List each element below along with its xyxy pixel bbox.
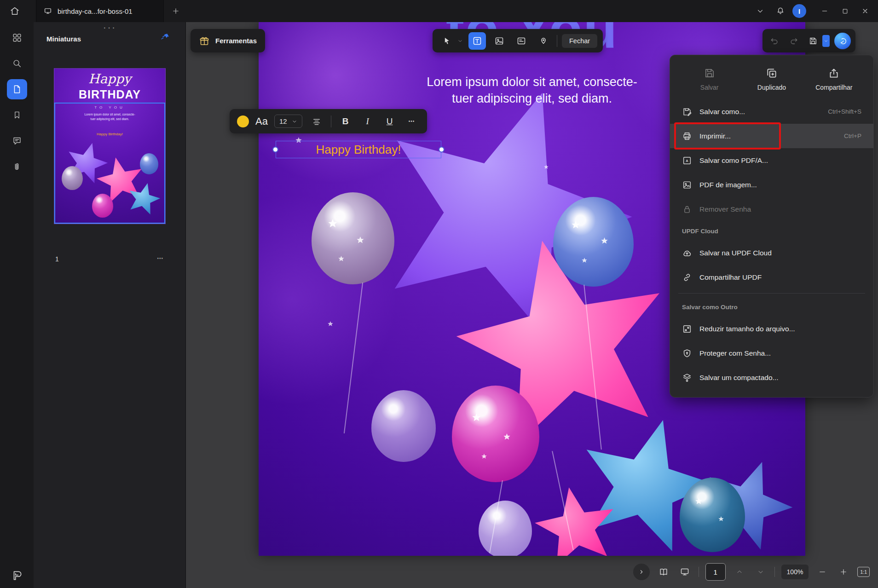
location-pin-icon xyxy=(538,36,549,46)
selected-text-box[interactable]: Happy Birthday! xyxy=(276,141,441,158)
menu-item-image-pdf[interactable]: PDF de imagem... xyxy=(670,173,873,197)
menu-item-label: Imprimir... xyxy=(699,132,731,140)
share-icon xyxy=(828,67,840,79)
menu-item-reduce-size[interactable]: Reduzir tamanho do arquivo... xyxy=(670,317,873,341)
save-button[interactable] xyxy=(806,34,820,48)
align-button[interactable] xyxy=(309,114,324,129)
italic-button[interactable]: I xyxy=(360,114,375,129)
sidebar-item-attachments[interactable] xyxy=(7,156,27,177)
minimize-button[interactable] xyxy=(816,3,833,19)
link-card-tool-button[interactable] xyxy=(513,32,530,50)
actual-size-button[interactable]: 1:1 xyxy=(857,567,870,577)
page-thumbnail[interactable]: Happy BIRTHDAY TO YOU Lorem ipsum dolor … xyxy=(54,68,166,224)
menu-duplicate-button[interactable]: Duplicado xyxy=(744,67,799,91)
close-edit-button[interactable]: Fechar xyxy=(562,34,597,48)
chevron-down-icon xyxy=(457,38,463,44)
redo-button[interactable] xyxy=(786,34,801,48)
sidebar-item-bookmarks[interactable] xyxy=(7,105,27,125)
document-tab[interactable]: birthday-ca...for-boss-01 xyxy=(36,0,164,22)
menu-item-label: Reduzir tamanho do arquivo... xyxy=(699,325,795,333)
text-color-swatch[interactable] xyxy=(237,115,249,127)
font-size-value: 12 xyxy=(279,117,287,125)
font-button[interactable]: Aa xyxy=(255,115,268,127)
tools-button[interactable]: Ferramentas xyxy=(191,29,265,52)
image-pdf-icon xyxy=(682,180,692,190)
more-format-button[interactable] xyxy=(404,114,420,129)
tab-list-button[interactable] xyxy=(752,3,768,19)
sparkle-star xyxy=(328,321,333,327)
bold-button[interactable]: B xyxy=(338,114,353,129)
text-tool-button[interactable] xyxy=(468,32,486,50)
close-window-button[interactable] xyxy=(857,3,873,19)
menu-item-save-cloud[interactable]: Salvar na UPDF Cloud xyxy=(670,241,873,265)
next-page-button[interactable] xyxy=(753,565,768,579)
sidebar-item-search[interactable] xyxy=(7,53,27,74)
menu-item-shortcut: Ctrl+P xyxy=(844,133,861,139)
balloon-round-blue xyxy=(553,197,634,287)
image-tool-button[interactable] xyxy=(491,32,508,50)
menu-item-protect-password[interactable]: Proteger com Senha... xyxy=(670,341,873,365)
edit-toolbar: Fechar xyxy=(433,29,603,52)
panel-title: Miniaturas xyxy=(46,35,81,43)
file-menu-top-actions: Salvar Duplicado Compartilhar xyxy=(670,62,873,99)
pin-panel-button[interactable] xyxy=(160,31,171,42)
plus-icon xyxy=(839,568,848,576)
print-icon xyxy=(682,131,692,141)
previous-page-button[interactable] xyxy=(732,565,747,579)
menu-item-shortcut: Ctrl+Shift+S xyxy=(828,108,861,115)
menu-item-save-compacted[interactable]: Salvar um compactado... xyxy=(670,365,873,390)
zoom-out-button[interactable] xyxy=(815,565,830,579)
menu-save-button[interactable]: Salvar xyxy=(682,67,737,91)
sidebar-item-comments[interactable] xyxy=(7,131,27,151)
panel-drag-handle[interactable] xyxy=(34,23,185,31)
save-icon xyxy=(809,36,818,46)
underline-button[interactable]: U xyxy=(382,114,398,129)
font-size-select[interactable]: 12 xyxy=(274,115,302,128)
lock-icon xyxy=(682,204,692,214)
sidebar-item-thumbnails[interactable] xyxy=(7,79,27,99)
page-options-button[interactable] xyxy=(157,254,163,262)
menu-item-print[interactable]: Imprimir... Ctrl+P xyxy=(670,124,873,148)
notifications-button[interactable] xyxy=(772,3,789,19)
page-row: 1 xyxy=(34,254,185,266)
reading-mode-button[interactable] xyxy=(656,565,671,579)
menu-item-save-pdfa[interactable]: A Salvar como PDF/A... xyxy=(670,148,873,173)
resize-handle-right[interactable] xyxy=(439,147,445,153)
menu-item-share-updf[interactable]: Compartilhar UPDF xyxy=(670,265,873,289)
new-tab-button[interactable] xyxy=(169,5,182,17)
save-menu-dropdown[interactable] xyxy=(822,35,830,47)
cloud-upload-icon xyxy=(682,248,692,258)
page-number-input[interactable]: 1 xyxy=(705,563,726,581)
zoom-level[interactable]: 100% xyxy=(781,565,809,579)
page-mark-tool-button[interactable] xyxy=(535,32,552,50)
file-menu: Salvar Duplicado Compartilhar Salvar com… xyxy=(670,55,874,398)
balloon-round-teal xyxy=(680,478,745,552)
zoom-in-button[interactable] xyxy=(836,565,851,579)
link-icon xyxy=(682,272,692,282)
balloon-round-lavender xyxy=(312,192,394,284)
sidebar-item-apps[interactable] xyxy=(7,28,27,48)
maximize-button[interactable] xyxy=(837,3,853,19)
menu-item-label: Salvar um compactado... xyxy=(699,374,778,382)
menu-item-label: Remover Senha xyxy=(699,205,751,213)
chevron-down-icon xyxy=(757,568,764,576)
text-tool-icon xyxy=(472,36,482,46)
expand-panel-button[interactable] xyxy=(633,564,650,580)
select-tool-button[interactable] xyxy=(438,32,456,50)
select-tool-dropdown[interactable] xyxy=(456,32,464,50)
resize-handle-left[interactable] xyxy=(272,147,278,153)
menu-item-remove-password[interactable]: Remover Senha xyxy=(670,197,873,221)
close-icon xyxy=(861,7,869,15)
menu-item-label: Duplicado xyxy=(757,84,786,91)
home-button[interactable] xyxy=(6,3,23,19)
presentation-mode-button[interactable] xyxy=(677,565,692,579)
undo-button[interactable] xyxy=(767,34,782,48)
minus-icon xyxy=(818,568,826,576)
menu-share-button[interactable]: Compartilhar xyxy=(806,67,861,91)
bookmark-icon xyxy=(12,110,22,120)
paperclip-icon xyxy=(12,162,22,172)
menu-item-save-as[interactable]: Salvar como... Ctrl+Shift+S xyxy=(670,99,873,124)
user-avatar[interactable]: I xyxy=(792,4,806,18)
menu-item-label: Salvar xyxy=(700,84,719,91)
ai-assistant-button[interactable] xyxy=(834,33,851,49)
